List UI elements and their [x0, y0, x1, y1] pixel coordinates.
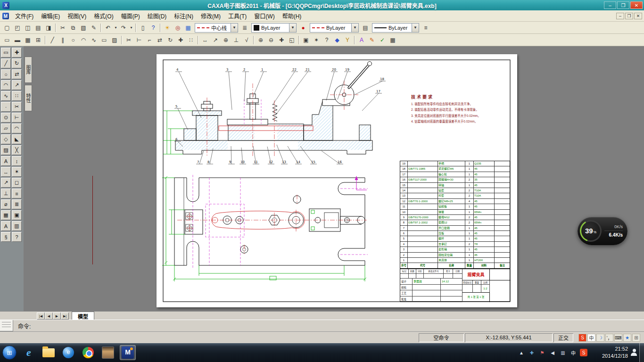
- dimension-icon[interactable]: ↔: [200, 35, 210, 45]
- trim-icon[interactable]: ✂: [12, 102, 22, 112]
- sogou-input-icon[interactable]: S: [580, 349, 587, 356]
- diameter-icon[interactable]: ⌀: [1, 199, 11, 209]
- color-print-icon[interactable]: ▦: [183, 23, 193, 33]
- format-brush-icon[interactable]: ✎: [89, 23, 99, 33]
- title-block[interactable]: 标记处数分区更改文件号签字日期 设计李居政14.12校核工艺批准 摇臂夹具 阶段…: [400, 269, 510, 302]
- open-icon[interactable]: ◰: [12, 23, 23, 33]
- text-icon[interactable]: A: [1, 156, 11, 166]
- taskbar-browser-360[interactable]: e: [60, 345, 76, 360]
- render-y-icon[interactable]: Y: [342, 35, 353, 45]
- select-icon[interactable]: ▭: [1, 48, 11, 58]
- erase-icon[interactable]: ◻: [12, 178, 22, 188]
- zoom-in-icon[interactable]: ⊕: [256, 35, 266, 45]
- help-icon[interactable]: ?: [12, 232, 22, 242]
- render-bulb-icon[interactable]: ☀: [162, 23, 173, 33]
- datum-icon[interactable]: ⊥: [1, 189, 11, 198]
- line-icon[interactable]: ╱: [47, 35, 58, 45]
- chevron-down-icon[interactable]: ▼: [231, 24, 238, 32]
- check-icon[interactable]: ✓: [377, 35, 388, 45]
- linestyle-combo[interactable]: 中心线 ▼: [195, 23, 238, 33]
- layers-icon[interactable]: ≣: [239, 23, 250, 33]
- rectangle-icon[interactable]: ▭: [99, 35, 109, 45]
- sogou-flag-icon[interactable]: ⚑: [538, 349, 546, 356]
- menu-item-1[interactable]: 编辑(E): [37, 10, 64, 21]
- dimension-icon[interactable]: ↔: [1, 167, 11, 177]
- move-icon[interactable]: ✚: [175, 35, 186, 45]
- redo-more-icon[interactable]: ▾: [129, 23, 134, 33]
- panel-tab-properties[interactable]: 特性: [25, 85, 32, 111]
- mirror-icon[interactable]: ⇄: [12, 69, 22, 79]
- ortho-toggle[interactable]: 正交: [553, 333, 573, 342]
- menu-item-10[interactable]: 帮助(H): [279, 10, 305, 21]
- spline-icon[interactable]: ∿: [1, 91, 11, 101]
- lang-indicator-icon[interactable]: 中: [570, 349, 577, 356]
- zoom-all-icon[interactable]: ◱: [287, 35, 297, 45]
- rectangle-icon[interactable]: ▱: [1, 123, 11, 133]
- lineweight-combo[interactable]: ByLayer ▼: [372, 23, 419, 33]
- security-icon[interactable]: ✚: [528, 349, 536, 356]
- taskbar-caxa-active[interactable]: M: [120, 345, 136, 360]
- color-combo[interactable]: ByLayer ▼: [251, 23, 297, 33]
- query-icon[interactable]: ?: [322, 35, 332, 45]
- tab-model[interactable]: 模型: [72, 312, 94, 320]
- menu-item-3[interactable]: 格式(O): [90, 10, 117, 21]
- text-style-icon[interactable]: A: [1, 221, 11, 231]
- last-sheet-button[interactable]: ▶|: [61, 313, 69, 320]
- taskbar-ie[interactable]: e: [21, 345, 37, 360]
- network-speed-widget[interactable]: 39 % 0K/s 6.4K/s: [578, 217, 627, 245]
- chevron-down-icon[interactable]: ▼: [412, 24, 419, 32]
- layers-icon[interactable]: ≣: [12, 199, 22, 209]
- arc-icon[interactable]: ◠: [78, 35, 89, 45]
- circle-icon[interactable]: ○: [1, 69, 11, 79]
- ellipse-icon[interactable]: ⊙: [1, 113, 11, 123]
- tolerance-icon[interactable]: ⊕: [221, 35, 231, 45]
- menu-item-8[interactable]: 工具(T): [224, 10, 250, 21]
- zoom-out-icon[interactable]: ⊖: [266, 35, 276, 45]
- extend-icon[interactable]: ⊢: [12, 113, 22, 123]
- chevron-down-icon[interactable]: ▼: [289, 24, 296, 32]
- first-sheet-button[interactable]: |◀: [37, 313, 45, 320]
- explode-icon[interactable]: ✶: [311, 35, 322, 45]
- move-icon[interactable]: ✚: [12, 48, 22, 58]
- leader-icon[interactable]: ↗: [210, 35, 221, 45]
- save-icon[interactable]: ◫: [23, 23, 33, 33]
- settings-icon[interactable]: §: [1, 232, 11, 242]
- close-button[interactable]: ✕: [630, 1, 643, 9]
- toolbar-options-icon[interactable]: ≡: [421, 23, 431, 33]
- title-block-icon[interactable]: ▬: [12, 35, 23, 45]
- punctuation-icon[interactable]: ’，: [605, 334, 613, 342]
- point-icon[interactable]: ·: [1, 102, 11, 112]
- rotate-icon[interactable]: ↻: [165, 35, 175, 45]
- soft-keyboard-icon[interactable]: ⌨: [614, 334, 622, 342]
- volume-icon[interactable]: ◀: [549, 349, 556, 356]
- network-icon[interactable]: ▥: [559, 349, 567, 356]
- maximize-button[interactable]: ❐: [617, 1, 629, 9]
- view-glasses-icon[interactable]: ◎: [173, 23, 183, 33]
- sheet-insert-icon[interactable]: ⊞: [33, 35, 43, 45]
- array-icon[interactable]: ∷: [12, 91, 22, 101]
- rotate-icon[interactable]: ↻: [12, 58, 22, 68]
- menu-item-2[interactable]: 视图(V): [64, 10, 90, 21]
- panel-tab-library[interactable]: 图库: [25, 57, 32, 83]
- undo-more-icon[interactable]: ▾: [113, 23, 118, 33]
- next-sheet-button[interactable]: ▶: [53, 313, 61, 320]
- redo-icon[interactable]: ↷: [118, 23, 129, 33]
- child-close-button[interactable]: ✕: [634, 13, 642, 19]
- stretch-icon[interactable]: ↕: [12, 156, 22, 166]
- datum-icon[interactable]: ⊥: [231, 35, 241, 45]
- parallel-icon[interactable]: ∥: [58, 35, 68, 45]
- paste-icon[interactable]: ▧: [78, 23, 89, 33]
- lang-zh-icon[interactable]: 中: [587, 334, 595, 342]
- toolbar-grip[interactable]: [0, 320, 13, 331]
- roughness-icon[interactable]: √: [241, 35, 252, 45]
- parts-list-icon[interactable]: ▦: [23, 35, 33, 45]
- properties-icon[interactable]: ≡: [12, 189, 22, 198]
- table-icon[interactable]: ▦: [1, 210, 11, 220]
- circle-icon[interactable]: ○: [68, 35, 78, 45]
- undo-icon[interactable]: ↶: [103, 23, 113, 33]
- show-desktop-button[interactable]: [639, 343, 644, 362]
- taskbar-chrome[interactable]: [80, 345, 96, 360]
- cut-icon[interactable]: ✂: [58, 23, 68, 33]
- parts-list-table[interactable]: 19手柄1Q23518GB/T71-1985紧定螺钉M614517偏心轮1451…: [400, 161, 510, 269]
- taskbar-qq[interactable]: [100, 345, 116, 360]
